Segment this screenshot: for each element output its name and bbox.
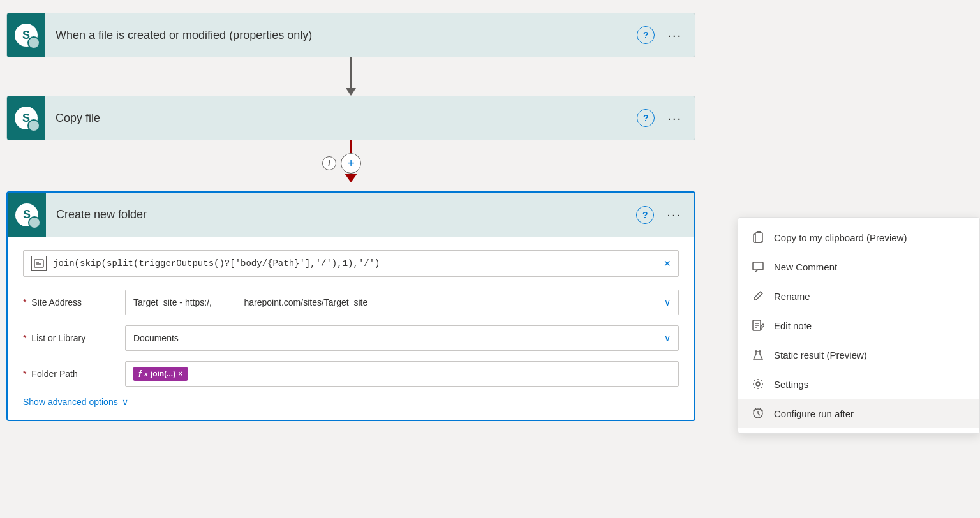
svg-rect-5 <box>753 262 763 270</box>
site-address-row: * Site Address Target_site - https:/, ha… <box>23 290 679 315</box>
plus-icon: + <box>347 156 355 171</box>
site-address-label: * Site Address <box>23 297 125 307</box>
folder-path-control[interactable]: fx join(...) × <box>125 361 679 387</box>
step3-help-button[interactable]: ? <box>636 206 654 224</box>
step-copy-file: S Copy file ? ··· <box>6 96 695 140</box>
required-star-3: * <box>23 369 26 379</box>
add-step-button[interactable]: i + <box>341 153 361 174</box>
svg-rect-3 <box>755 233 762 242</box>
step1-actions: ? ··· <box>637 26 685 44</box>
required-star-2: * <box>23 333 26 343</box>
menu-item-rename[interactable]: Rename <box>738 281 979 311</box>
step2-help-button[interactable]: ? <box>637 109 655 127</box>
connector-line-red-top <box>350 140 352 153</box>
show-advanced-button[interactable]: Show advanced options ∨ <box>23 397 128 407</box>
note-icon <box>751 318 765 332</box>
list-library-value: Documents <box>133 333 179 343</box>
step-when-file-created: S When a file is created or modified (pr… <box>6 13 695 57</box>
required-star-1: * <box>23 297 26 307</box>
show-advanced-chevron: ∨ <box>122 397 128 407</box>
step3-actions: ? ··· <box>636 206 684 224</box>
folder-path-row: * Folder Path fx join(...) × <box>23 361 679 387</box>
expression-text: join(skip(split(triggerOutputs()?['body/… <box>53 258 664 269</box>
add-step-connector: i + <box>341 140 361 191</box>
fx-badge-close[interactable]: × <box>178 369 182 378</box>
fx-badge: fx join(...) × <box>133 367 188 381</box>
connector-line-1 <box>350 57 352 88</box>
static-result-label: Static result (Preview) <box>774 350 867 360</box>
site-address-value: Target_site - https:/, harepoint.com/sit… <box>133 297 368 307</box>
step3-title: Create new folder <box>56 208 636 221</box>
site-address-chevron: ∨ <box>664 297 671 307</box>
fx-label: f <box>138 369 142 379</box>
connector-1 <box>346 57 356 96</box>
menu-item-copy-clipboard[interactable]: Copy to my clipboard (Preview) <box>738 223 979 252</box>
expression-bar: join(skip(split(triggerOutputs()?['body/… <box>23 250 679 277</box>
menu-item-static-result[interactable]: Static result (Preview) <box>738 340 979 369</box>
connector-arrow-red <box>345 174 357 182</box>
configure-run-after-label: Configure run after <box>774 408 854 419</box>
svg-rect-0 <box>34 260 43 267</box>
menu-item-configure-run-after[interactable]: Configure run after <box>738 399 979 428</box>
step3-header: S Create new folder ? ··· <box>8 193 694 237</box>
info-icon[interactable]: i <box>322 156 336 170</box>
step-create-folder-expanded: S Create new folder ? ··· join(skip(spl <box>6 191 695 421</box>
step2-actions: ? ··· <box>637 109 685 127</box>
show-advanced-label: Show advanced options <box>23 397 118 407</box>
pencil-icon <box>751 289 765 303</box>
menu-item-settings[interactable]: Settings <box>738 369 979 399</box>
step1-more-button[interactable]: ··· <box>665 28 685 43</box>
copy-clipboard-label: Copy to my clipboard (Preview) <box>774 232 907 243</box>
list-library-row: * List or Library Documents ∨ <box>23 325 679 351</box>
step1-icon: S <box>7 13 45 57</box>
new-comment-label: New Comment <box>774 262 837 272</box>
flask-icon <box>751 348 765 362</box>
step1-title: When a file is created or modified (prop… <box>56 29 637 42</box>
step2-more-button[interactable]: ··· <box>665 111 685 126</box>
list-library-dropdown[interactable]: Documents ∨ <box>125 325 679 351</box>
edit-note-label: Edit note <box>774 320 812 331</box>
list-library-chevron: ∨ <box>664 333 671 343</box>
sharepoint-logo: S <box>15 24 38 47</box>
clipboard-icon <box>751 230 765 244</box>
expression-icon <box>31 256 47 271</box>
gear-icon <box>751 377 765 391</box>
menu-item-edit-note[interactable]: Edit note <box>738 311 979 340</box>
sharepoint-logo-2: S <box>15 107 38 130</box>
step1-help-button[interactable]: ? <box>637 26 655 44</box>
expression-close-button[interactable]: × <box>664 257 671 270</box>
folder-path-label: * Folder Path <box>23 369 125 379</box>
context-menu: Copy to my clipboard (Preview) New Comme… <box>738 217 980 434</box>
step3-more-button[interactable]: ··· <box>664 207 684 222</box>
comment-icon <box>751 260 765 274</box>
list-library-label: * List or Library <box>23 333 125 343</box>
rename-label: Rename <box>774 291 810 302</box>
settings-label: Settings <box>774 379 808 390</box>
connector-arrow-1 <box>346 88 356 96</box>
step2-title: Copy file <box>56 112 637 125</box>
site-address-dropdown[interactable]: Target_site - https:/, harepoint.com/sit… <box>125 290 679 315</box>
step2-icon: S <box>7 96 45 140</box>
step3-icon: S <box>8 193 46 237</box>
fx-badge-text: join(...) <box>151 369 175 378</box>
svg-point-11 <box>756 382 760 386</box>
run-after-icon <box>751 406 765 420</box>
sharepoint-logo-3: S <box>15 204 38 226</box>
menu-item-new-comment[interactable]: New Comment <box>738 252 979 281</box>
step3-body: join(skip(split(triggerOutputs()?['body/… <box>8 237 694 420</box>
